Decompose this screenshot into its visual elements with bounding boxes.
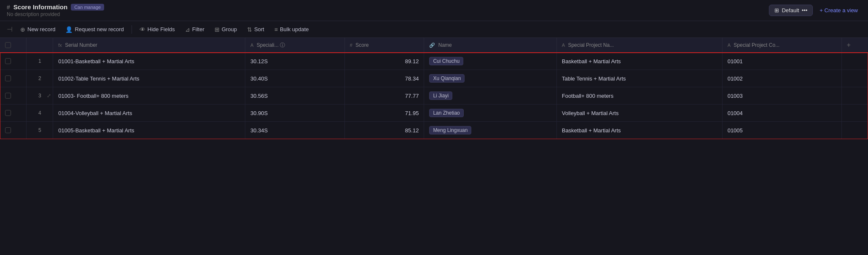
score-cell: 71.95	[344, 105, 424, 122]
th-serial-number: fx Serial Number	[53, 38, 245, 53]
th-add-column[interactable]: +	[841, 38, 868, 53]
special-project-name-cell: Football+ 800 meters	[556, 87, 722, 105]
special-project-name-cell: Volleyball + Martial Arts	[556, 105, 722, 122]
th-score: # Score	[344, 38, 424, 53]
default-view-button[interactable]: ⊞ Default •••	[769, 5, 813, 16]
empty-cell	[841, 122, 868, 139]
name-cell: Cui Chuchu	[424, 53, 556, 70]
th-specialization: A Speciali... ⓘ	[245, 38, 345, 53]
eye-icon: 👁	[140, 26, 145, 33]
hide-fields-button[interactable]: 👁 Hide Fields	[135, 24, 179, 35]
view-btn-label: Default	[782, 7, 799, 13]
bulk-update-label: Bulk update	[280, 26, 309, 32]
th-speciali-label: Speciali... ⓘ	[257, 42, 285, 48]
specialization-cell: 30.40S	[245, 70, 345, 87]
score-cell: 89.12	[344, 53, 424, 70]
table-container: fx Serial Number A Speciali... ⓘ # Score…	[0, 38, 868, 139]
serial-number-cell: 01004-Volleyball + Martial Arts	[53, 105, 245, 122]
row-checkbox-cell	[0, 87, 27, 105]
table-icon: ⊞	[774, 7, 779, 13]
group-button[interactable]: ⊞ Group	[210, 24, 241, 35]
special-project-name-cell: Basketball + Martial Arts	[556, 53, 722, 70]
row-checkbox[interactable]	[5, 93, 11, 99]
new-record-button[interactable]: ⊕ New record	[16, 24, 59, 35]
serial-number-cell: 01003- Football+ 800 meters	[53, 87, 245, 105]
name-cell: Li Jiayi	[424, 87, 556, 105]
expand-icon[interactable]: ⤢	[47, 93, 51, 99]
header-right: ⊞ Default ••• + Create a view	[769, 5, 861, 16]
th-score-icon: #	[350, 43, 352, 48]
row-number: 5	[38, 127, 41, 133]
special-project-code-cell: 01005	[722, 122, 841, 139]
empty-cell	[841, 53, 868, 70]
row-number: 3	[38, 93, 41, 99]
specialization-cell: 30.56S	[245, 87, 345, 105]
special-project-code-cell: 01003	[722, 87, 841, 105]
row-checkbox-cell	[0, 105, 27, 122]
row-checkbox[interactable]	[5, 110, 11, 116]
th-score-label: Score	[355, 42, 368, 48]
divider-1	[132, 25, 132, 34]
row-number: 1	[38, 58, 41, 64]
th-name: 🔗 Name	[424, 38, 556, 53]
add-column-icon[interactable]: +	[847, 41, 851, 48]
group-icon: ⊞	[215, 26, 220, 33]
bulk-update-button[interactable]: ≡ Bulk update	[270, 24, 313, 35]
name-badge: Meng Lingxuan	[429, 126, 471, 134]
sort-label: Sort	[254, 26, 264, 32]
row-checkbox-cell	[0, 70, 27, 87]
th-speciali-icon: A	[250, 43, 253, 48]
table-row: 401004-Volleyball + Martial Arts30.90S71…	[0, 105, 868, 122]
th-special-project-name: A Special Project Na...	[556, 38, 722, 53]
page-description: No description provided	[7, 11, 764, 17]
special-project-code-cell: 01002	[722, 70, 841, 87]
view-more-icon: •••	[802, 7, 808, 13]
name-badge: Lan Zhetiao	[429, 109, 463, 117]
score-cell: 85.12	[344, 122, 424, 139]
th-checkbox	[0, 38, 27, 53]
row-number-cell: 4	[27, 105, 53, 122]
th-serial-label: Serial Number	[65, 42, 97, 48]
request-record-button[interactable]: 👤 Request new record	[61, 24, 128, 35]
page-header: # Score Information Can manage No descri…	[0, 0, 868, 21]
data-table: fx Serial Number A Speciali... ⓘ # Score…	[0, 38, 868, 139]
sort-icon: ⇅	[247, 26, 252, 33]
row-number: 2	[38, 75, 41, 81]
row-checkbox-cell	[0, 122, 27, 139]
row-checkbox[interactable]	[5, 127, 11, 133]
empty-cell	[841, 105, 868, 122]
th-rownum	[27, 38, 53, 53]
row-number-cell: 3 ⤢	[27, 87, 53, 105]
th-name-icon: 🔗	[429, 43, 435, 48]
special-project-name-cell: Basketball + Martial Arts	[556, 122, 722, 139]
row-checkbox-cell	[0, 53, 27, 70]
th-special-project-code: A Special Project Co...	[722, 38, 841, 53]
table-row: 101001-Basketball + Martial Arts30.12S89…	[0, 53, 868, 70]
can-manage-badge: Can manage	[71, 4, 104, 11]
row-checkbox[interactable]	[5, 75, 11, 81]
group-label: Group	[222, 26, 237, 32]
row-number: 4	[38, 110, 41, 116]
row-number-cell: 1	[27, 53, 53, 70]
table-row: 201002-Table Tennis + Martial Arts30.40S…	[0, 70, 868, 87]
th-name-label: Name	[438, 42, 452, 48]
toolbar: ⊣ ⊕ New record 👤 Request new record 👁 Hi…	[0, 21, 868, 38]
plus-circle-icon: ⊕	[20, 26, 25, 33]
name-badge: Li Jiayi	[429, 91, 452, 100]
create-view-button[interactable]: + Create a view	[816, 5, 861, 16]
name-cell: Xu Qianqian	[424, 70, 556, 87]
specialization-cell: 30.12S	[245, 53, 345, 70]
th-spc-icon: A	[728, 43, 731, 48]
filter-button[interactable]: ⊿ Filter	[181, 24, 209, 35]
row-checkbox[interactable]	[5, 58, 11, 64]
hash-icon: #	[7, 4, 10, 11]
serial-number-cell: 01002-Table Tennis + Martial Arts	[53, 70, 245, 87]
fx-icon: fx	[58, 43, 62, 48]
row-number-cell: 2	[27, 70, 53, 87]
request-record-label: Request new record	[75, 26, 124, 32]
sort-button[interactable]: ⇅ Sort	[243, 24, 269, 35]
header-checkbox[interactable]	[5, 42, 11, 48]
left-arrow-icon[interactable]: ⊣	[5, 24, 14, 35]
table-header-row: fx Serial Number A Speciali... ⓘ # Score…	[0, 38, 868, 53]
th-spn-label: Special Project Na...	[568, 42, 614, 48]
